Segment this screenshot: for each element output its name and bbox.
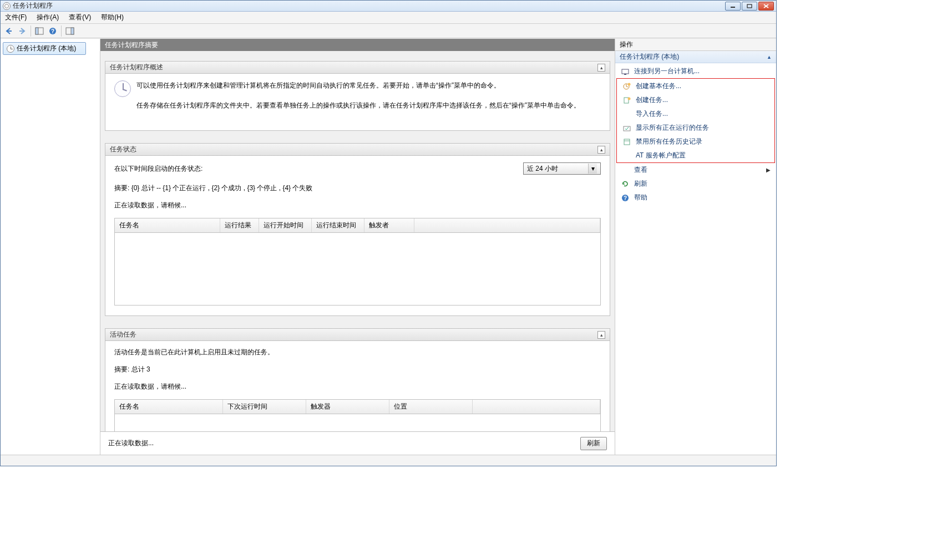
col-spacer [414, 218, 600, 232]
clock-large-icon [114, 80, 131, 97]
svg-rect-9 [71, 28, 74, 34]
action-label: 查看 [634, 165, 647, 175]
col-spacer [473, 400, 600, 414]
active-grid-body[interactable] [115, 414, 600, 431]
status-grid: 任务名 运行结果 运行开始时间 运行结束时间 触发者 [114, 218, 601, 306]
panel-overview-title: 任务计划程序概述 [110, 63, 163, 72]
at-config-icon [622, 151, 631, 160]
action-label: 帮助 [634, 193, 647, 202]
task-new-icon [622, 96, 631, 105]
panel-collapse-button[interactable]: ▴ [597, 64, 605, 72]
toolbar: ? [1, 24, 776, 38]
action-help[interactable]: ? 帮助 [615, 191, 776, 205]
svg-point-15 [628, 97, 631, 100]
computer-icon [621, 67, 630, 76]
history-off-icon [622, 138, 631, 146]
close-button[interactable] [758, 2, 774, 11]
col-run-result[interactable]: 运行结果 [220, 218, 259, 232]
maximize-button[interactable] [742, 2, 757, 11]
show-hide-actions-button[interactable] [64, 25, 76, 37]
svg-rect-10 [622, 69, 629, 74]
help-button[interactable]: ? [47, 25, 59, 37]
active-grid: 任务名 下次运行时间 触发器 位置 [114, 399, 601, 431]
action-label: 创建基本任务... [636, 82, 681, 91]
overview-line1: 可以使用任务计划程序来创建和管理计算机将在所指定的时间自动执行的常见任务。若要开… [136, 80, 580, 90]
action-create-task[interactable]: 创建任务... [617, 93, 774, 107]
center-footer: 正在读取数据... 刷新 [100, 431, 615, 455]
actions-subhead[interactable]: 任务计划程序 (本地) ▲ [615, 51, 776, 63]
action-at-config[interactable]: AT 服务帐户配置 [617, 149, 774, 162]
action-label: 显示所有正在运行的任务 [636, 123, 709, 133]
chevron-up-icon: ▲ [767, 54, 772, 60]
svg-rect-11 [624, 74, 626, 75]
col-location[interactable]: 位置 [389, 400, 473, 414]
action-import-task[interactable]: 导入任务... [617, 107, 774, 121]
toolbar-separator [31, 26, 31, 37]
status-period-select[interactable]: 近 24 小时 ▾ [523, 162, 601, 175]
nav-back-button[interactable] [3, 25, 15, 37]
action-view[interactable]: 查看 ▶ [615, 163, 776, 177]
action-refresh[interactable]: 刷新 [615, 177, 776, 191]
action-disable-history[interactable]: 禁用所有任务历史记录 [617, 135, 774, 149]
import-icon [622, 110, 631, 119]
panel-status-title: 任务状态 [110, 145, 136, 154]
col-triggered-by[interactable]: 触发者 [364, 218, 414, 232]
window-titlebar: 任务计划程序 [1, 1, 776, 12]
svg-text:?: ? [624, 195, 627, 201]
svg-point-13 [628, 83, 631, 85]
tree-pane: 任务计划程序 (本地) [1, 39, 100, 455]
svg-rect-0 [731, 7, 735, 8]
col-task-name[interactable]: 任务名 [115, 400, 223, 414]
action-create-basic-task[interactable]: 创建基本任务... [617, 79, 774, 93]
panel-overview: 任务计划程序概述 ▴ 可以使用任务计划程序来创建和管理计算机将在所指定的时间自动… [105, 61, 610, 131]
nav-forward-button[interactable] [16, 25, 28, 37]
tree-item-scheduler-local[interactable]: 任务计划程序 (本地) [3, 42, 86, 55]
refresh-icon [621, 180, 630, 189]
menu-file[interactable]: 文件(F) [3, 12, 29, 23]
status-grid-body[interactable] [115, 233, 600, 305]
minimize-button[interactable] [725, 2, 741, 11]
svg-text:?: ? [51, 28, 54, 34]
menubar: 文件(F) 操作(A) 查看(V) 帮助(H) [1, 12, 776, 24]
running-tasks-icon [622, 124, 631, 133]
col-run-start[interactable]: 运行开始时间 [259, 218, 312, 232]
col-task-name[interactable]: 任务名 [115, 218, 220, 232]
active-summary: 摘要: 总计 3 [114, 365, 601, 374]
center-header-label: 任务计划程序摘要 [105, 40, 158, 50]
action-label: 创建任务... [636, 95, 668, 105]
col-trigger[interactable]: 触发器 [306, 400, 389, 414]
action-label: 刷新 [634, 179, 647, 189]
panel-active: 活动任务 ▴ 活动任务是当前已在此计算机上启用且未过期的任务。 摘要: 总计 3… [105, 328, 610, 431]
menu-help[interactable]: 帮助(H) [99, 12, 126, 23]
action-show-running[interactable]: 显示所有正在运行的任务 [617, 121, 774, 135]
col-run-end[interactable]: 运行结束时间 [312, 218, 364, 232]
view-icon [621, 166, 630, 175]
menu-view[interactable]: 查看(V) [67, 12, 93, 23]
overview-line2: 任务存储在任务计划程序库的文件夹中。若要查看单独任务上的操作或执行该操作，请在任… [136, 100, 580, 110]
active-loading: 正在读取数据，请稍候... [114, 382, 601, 391]
center-header: 任务计划程序摘要 [100, 39, 615, 51]
panel-collapse-button[interactable]: ▴ [597, 146, 605, 154]
show-hide-tree-button[interactable] [33, 25, 45, 37]
app-clock-icon [3, 2, 11, 10]
status-period-value: 近 24 小时 [527, 164, 558, 174]
action-connect[interactable]: 连接到另一台计算机... [615, 64, 776, 78]
tree-item-label: 任务计划程序 (本地) [17, 44, 76, 53]
action-label: 禁用所有任务历史记录 [636, 137, 702, 146]
chevron-down-icon: ▾ [588, 164, 597, 174]
refresh-button[interactable]: 刷新 [580, 437, 607, 450]
chevron-right-icon: ▶ [766, 167, 771, 173]
action-label: 连接到另一台计算机... [634, 67, 700, 76]
actions-title: 操作 [615, 39, 776, 51]
panel-collapse-button[interactable]: ▴ [597, 331, 605, 339]
highlight-box: 创建基本任务... 创建任务... 导入任务... [616, 78, 775, 163]
center-pane: 任务计划程序摘要 任务计划程序概述 ▴ 可以使用任 [100, 39, 615, 455]
actions-pane: 操作 任务计划程序 (本地) ▲ 连接到另一台计算机... [615, 39, 776, 455]
refresh-button-label: 刷新 [587, 439, 600, 448]
panel-active-title: 活动任务 [110, 330, 136, 339]
active-desc: 活动任务是当前已在此计算机上启用且未过期的任务。 [114, 348, 601, 357]
menu-action[interactable]: 操作(A) [34, 12, 61, 23]
footer-loading: 正在读取数据... [108, 439, 154, 448]
panel-status: 任务状态 ▴ 在以下时间段启动的任务状态: 近 24 小时 ▾ [105, 143, 610, 316]
col-next-run[interactable]: 下次运行时间 [223, 400, 306, 414]
